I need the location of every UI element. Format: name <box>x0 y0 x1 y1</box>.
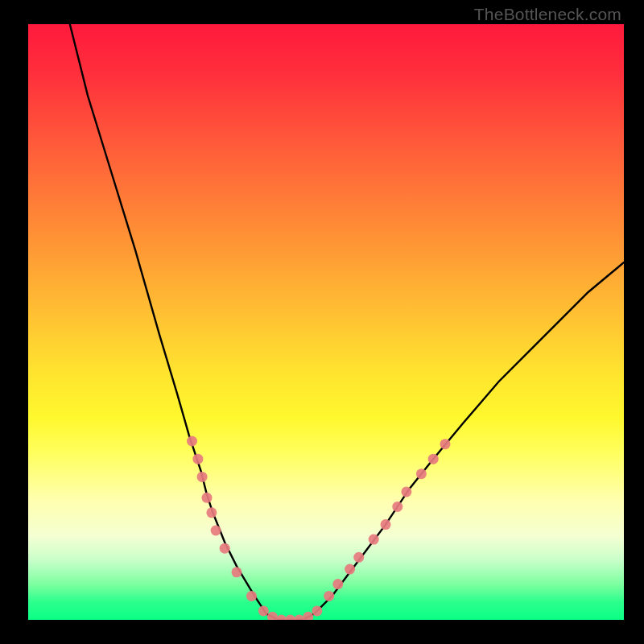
plot-area <box>28 24 624 620</box>
data-point <box>276 615 287 621</box>
data-point <box>232 567 242 577</box>
data-point <box>303 612 313 620</box>
data-point <box>258 605 269 616</box>
data-point <box>324 591 334 601</box>
data-point <box>440 439 451 449</box>
data-point <box>381 519 391 530</box>
data-point <box>267 612 278 620</box>
data-point <box>332 579 343 589</box>
data-points-layer <box>187 436 451 621</box>
curve-layer <box>70 24 624 620</box>
data-point <box>197 472 208 482</box>
data-point <box>192 454 203 464</box>
data-point <box>211 526 221 536</box>
data-point <box>285 615 295 621</box>
data-point <box>392 502 402 512</box>
data-point <box>401 486 411 497</box>
watermark-text: TheBottleneck.com <box>474 5 621 24</box>
data-point <box>416 469 427 479</box>
data-point <box>428 454 439 464</box>
chart-svg <box>28 24 624 620</box>
data-point <box>353 552 364 563</box>
bottleneck-curve <box>70 24 624 620</box>
data-point <box>202 493 213 503</box>
chart-frame: TheBottleneck.com <box>0 0 644 644</box>
data-point <box>206 507 217 518</box>
data-point <box>294 615 304 621</box>
data-point <box>246 591 257 601</box>
data-point <box>369 535 379 545</box>
data-point <box>187 436 197 447</box>
data-point <box>345 564 355 575</box>
data-point <box>220 543 230 554</box>
data-point <box>312 605 322 616</box>
